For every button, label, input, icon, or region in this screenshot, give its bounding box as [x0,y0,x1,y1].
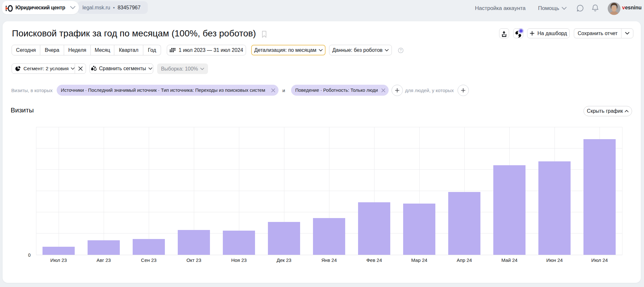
svg-text:Авг 23: Авг 23 [97,257,111,263]
svg-text:Мар 24: Мар 24 [411,257,427,263]
svg-text:Окт 23: Окт 23 [186,257,201,263]
svg-text:Май 24: Май 24 [501,257,517,263]
svg-text:Июл 24: Июл 24 [591,257,608,263]
svg-text:Янв 24: Янв 24 [321,257,337,263]
svg-text:Сен 23: Сен 23 [141,257,156,263]
svg-text:Июн 24: Июн 24 [546,257,563,263]
svg-text:0: 0 [28,253,31,258]
svg-text:Июл 23: Июл 23 [50,257,67,263]
svg-text:Дек 23: Дек 23 [277,257,291,263]
svg-text:Апр 24: Апр 24 [457,257,472,263]
svg-text:Фев 24: Фев 24 [366,257,382,263]
svg-text:Ноя 23: Ноя 23 [231,257,247,263]
